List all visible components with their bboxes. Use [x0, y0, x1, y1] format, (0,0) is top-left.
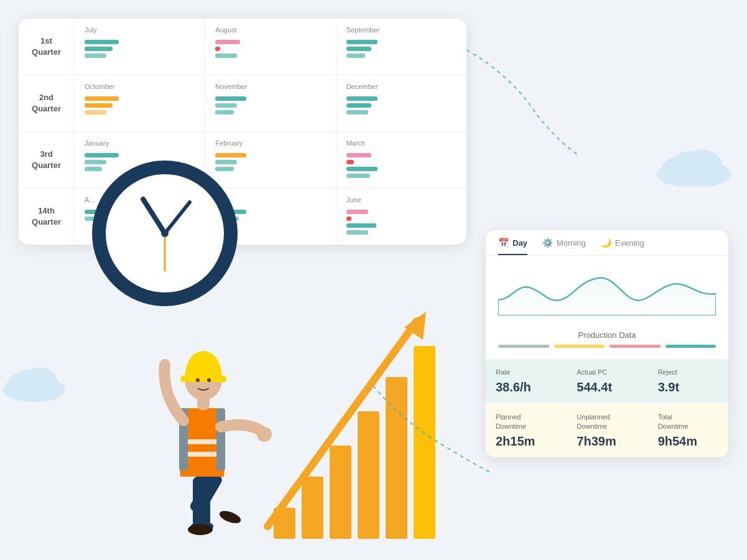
svg-rect-9 — [358, 411, 379, 539]
bar-group — [85, 96, 195, 114]
svg-rect-22 — [216, 408, 225, 470]
production-chart — [486, 256, 728, 330]
month-name: June — [346, 196, 457, 203]
bar — [346, 160, 354, 164]
bar — [346, 54, 365, 58]
svg-rect-11 — [414, 346, 435, 539]
metric-unplanned-downtime: UnplannedDowntime 7h39m — [567, 404, 647, 457]
svg-rect-19 — [183, 439, 221, 444]
cloud-left — [0, 362, 68, 404]
metric-unplanned-value: 7h39m — [577, 434, 637, 449]
worker-illustration — [87, 284, 435, 548]
month-cell: June — [336, 189, 466, 245]
bar — [85, 40, 119, 44]
bar — [85, 54, 106, 58]
production-card: 📅 Day ⚙️ Morning 🌙 Evening Production Da… — [486, 230, 728, 457]
bar-group — [346, 96, 457, 114]
svg-rect-10 — [386, 377, 407, 539]
month-name: Octomber — [85, 83, 195, 90]
legend-bar-4 — [666, 345, 717, 348]
quarter-label: 2nd Quarter — [19, 75, 75, 131]
tab-day[interactable]: 📅 Day — [498, 238, 527, 255]
gear-icon: ⚙️ — [542, 238, 553, 248]
svg-point-28 — [207, 378, 211, 382]
bar — [346, 153, 371, 157]
tab-morning[interactable]: ⚙️ Morning — [542, 238, 586, 255]
svg-point-36 — [673, 151, 703, 179]
bar — [85, 47, 113, 51]
metric-total-label: TotalDowntime — [658, 413, 718, 431]
svg-rect-26 — [180, 376, 226, 382]
svg-rect-20 — [183, 452, 221, 457]
bar — [215, 103, 237, 108]
bar — [85, 110, 106, 114]
quarterly-row: 2nd QuarterOctomberNovemberDecember — [19, 75, 466, 132]
month-name: March — [346, 139, 457, 147]
bar-group — [215, 40, 325, 58]
months-group: JulyAugustSeptember — [75, 19, 466, 75]
month-cell: December — [336, 75, 466, 131]
quarterly-row: 14th QuarterA...MayJune — [19, 189, 466, 245]
month-cell: August — [205, 19, 336, 75]
cloud-right — [654, 143, 735, 189]
bar — [215, 110, 234, 114]
svg-point-17 — [188, 524, 213, 535]
metric-actualpc-value: 544.4t — [577, 380, 637, 394]
moon-icon: 🌙 — [601, 238, 611, 248]
bar — [215, 47, 220, 51]
bar — [85, 103, 113, 108]
bar-group — [346, 210, 457, 235]
tab-evening-label: Evening — [615, 238, 644, 248]
metric-rate-value: 38.6/h — [496, 380, 556, 394]
prod-legend — [486, 345, 728, 354]
quarterly-row: 3rd QuarterJanuaryFebruaryMarch — [19, 132, 466, 189]
month-cell: July — [75, 19, 205, 75]
bar — [85, 96, 119, 101]
svg-point-23 — [257, 427, 272, 442]
quarter-label: 3rd Quarter — [19, 132, 75, 188]
bar-group — [346, 40, 457, 58]
month-name: August — [215, 26, 325, 34]
calendar-icon: 📅 — [498, 238, 509, 248]
svg-rect-8 — [330, 446, 351, 539]
quarter-label: 14th Quarter — [19, 189, 75, 245]
quarterly-card: 1st QuarterJulyAugustSeptember2nd Quarte… — [19, 19, 466, 245]
bar — [346, 210, 368, 214]
metric-unplanned-label: UnplannedDowntime — [577, 413, 637, 431]
metric-reject-value: 3.9t — [658, 380, 718, 394]
legend-bar-3 — [610, 345, 661, 348]
prod-chart-title: Production Data — [486, 330, 728, 345]
wave-chart — [498, 266, 716, 315]
month-name: September — [346, 26, 457, 34]
metric-planned-downtime: PlannedDowntime 2h15m — [486, 404, 566, 457]
metric-actualpc-label: Actual PC — [577, 368, 637, 376]
month-name: January — [85, 139, 195, 147]
months-group: OctomberNovemberDecember — [75, 75, 466, 131]
bar — [346, 103, 371, 108]
bar — [346, 96, 378, 101]
metric-rate: Rate 38.6/h — [486, 359, 566, 403]
svg-point-32 — [17, 369, 42, 394]
bar — [346, 174, 370, 178]
bar — [215, 40, 240, 44]
month-cell: March — [336, 132, 466, 188]
month-name: July — [85, 26, 195, 34]
metric-total-downtime: TotalDowntime 9h54m — [648, 404, 728, 457]
tab-day-label: Day — [513, 238, 527, 248]
bar — [346, 167, 378, 171]
bar — [346, 40, 378, 44]
metric-reject: Reject 3.9t — [648, 359, 728, 403]
bar — [346, 230, 368, 235]
svg-point-5 — [161, 230, 169, 237]
month-name: November — [215, 83, 325, 90]
quarterly-row: 1st QuarterJulyAugustSeptember — [19, 19, 466, 75]
bar — [215, 96, 246, 101]
bar — [346, 110, 368, 114]
metric-reject-label: Reject — [658, 368, 718, 376]
svg-point-18 — [218, 508, 242, 525]
tab-evening[interactable]: 🌙 Evening — [601, 238, 644, 255]
metrics-row2: PlannedDowntime 2h15m UnplannedDowntime … — [486, 404, 728, 457]
tab-morning-label: Morning — [557, 238, 586, 248]
bar-group — [85, 40, 195, 58]
month-name: February — [215, 139, 325, 147]
